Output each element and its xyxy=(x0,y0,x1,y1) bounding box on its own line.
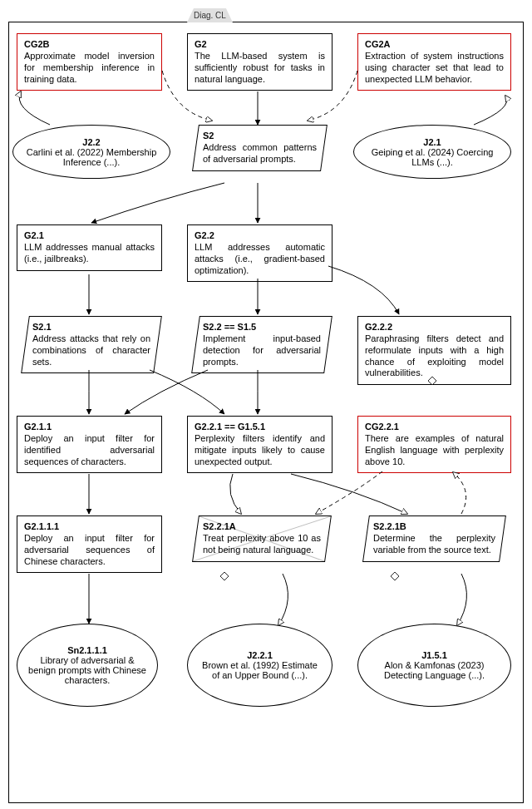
node-J2211-body: Brown et al. (1992) Estimate of an Upper… xyxy=(202,660,318,680)
node-J1511-title: J1.5.1 xyxy=(421,650,447,660)
node-G222-title: G2.2.2 xyxy=(365,322,504,332)
node-CG2A-body: Extraction of system instructions using … xyxy=(365,51,504,85)
node-J22-body: Carlini et al. (2022) Membership Inferen… xyxy=(27,147,157,167)
node-CG221-title: CG2.2.1 xyxy=(365,422,504,432)
gsn-diagram: Diag. CL CG2B Approximate model inversio… xyxy=(8,8,524,807)
node-G2-title: G2 xyxy=(195,39,325,49)
node-S21: S2.1 Address attacks that rely on combin… xyxy=(21,316,162,373)
node-S221A: S2.2.1A Treat perplexity above 10 as not… xyxy=(192,515,332,562)
node-S22-title: S2.2 == S1.5 xyxy=(203,322,321,332)
node-G221: G2.2.1 == G1.5.1 Perplexity filters iden… xyxy=(187,416,332,473)
node-S221A-title: S2.2.1A xyxy=(203,521,321,531)
node-G22-title: G2.2 xyxy=(195,230,325,240)
node-G21: G2.1 LLM addresses manual attacks (i.e.,… xyxy=(17,224,162,271)
node-G2111-title: G2.1.1.1 xyxy=(24,521,155,531)
node-J21: J2.1Geiping et al. (2024) Coercing LLMs … xyxy=(353,125,511,179)
node-S221B-body: Determine the perplexity variable from t… xyxy=(373,533,495,556)
node-Sn2111: Sn2.1.1.1Library of adversarial & benign… xyxy=(17,624,158,707)
node-G221-title: G2.2.1 == G1.5.1 xyxy=(195,422,325,432)
node-Sn2111-title: Sn2.1.1.1 xyxy=(67,645,107,655)
node-G211-body: Deploy an input filter for identified ad… xyxy=(24,433,155,467)
node-G2111: G2.1.1.1 Deploy an input filter for adve… xyxy=(17,515,162,573)
node-S2: S2 Address common patterns of adversaria… xyxy=(192,125,328,171)
node-CG221: CG2.2.1 There are examples of natural En… xyxy=(357,416,511,473)
node-G2111-body: Deploy an input filter for adversarial s… xyxy=(24,533,155,567)
node-S221B-title: S2.2.1B xyxy=(373,521,495,531)
node-CG2B-title: CG2B xyxy=(24,39,155,49)
node-J1511: J1.5.1Alon & Kamfonas (2023) Detecting L… xyxy=(357,624,511,707)
node-J22-title: J2.2 xyxy=(82,137,100,147)
node-G22-body: LLM addresses automatic attacks (i.e., g… xyxy=(195,242,325,276)
node-J2211: J2.2.1Brown et al. (1992) Estimate of an… xyxy=(187,624,332,707)
node-G222: G2.2.2 Paraphrasing filters detect and r… xyxy=(357,316,511,385)
node-S22-body: Implement input-based detection for adve… xyxy=(203,333,321,368)
node-S221A-body: Treat perplexity above 10 as not being n… xyxy=(203,533,321,556)
node-G221-body: Perplexity filters identify and mitigate… xyxy=(195,433,325,467)
node-J21-title: J2.1 xyxy=(423,137,441,147)
node-G21-body: LLM addresses manual attacks (i.e., jail… xyxy=(24,242,155,265)
node-G211-title: G2.1.1 xyxy=(24,422,155,432)
node-G2-body: The LLM-based system is sufficiently rob… xyxy=(195,51,325,85)
node-G222-body: Paraphrasing filters detect and reformul… xyxy=(365,333,504,379)
node-S22: S2.2 == S1.5 Implement input-based detec… xyxy=(191,316,332,373)
node-J22: J2.2Carlini et al. (2022) Membership Inf… xyxy=(12,125,170,179)
node-CG2B-body: Approximate model inversion for membersh… xyxy=(24,51,155,85)
node-CG2A: CG2A Extraction of system instructions u… xyxy=(357,33,511,91)
node-Sn2111-body: Library of adversarial & benign prompts … xyxy=(28,655,146,685)
module-tab: Diag. CL xyxy=(187,8,233,22)
node-J21-body: Geiping et al. (2024) Coercing LLMs (...… xyxy=(372,147,494,167)
node-CG2A-title: CG2A xyxy=(365,39,504,49)
node-G21-title: G2.1 xyxy=(24,230,155,240)
node-S2-body: Address common patterns of adversarial p… xyxy=(203,142,317,165)
node-S21-title: S2.1 xyxy=(32,322,150,332)
node-G22: G2.2 LLM addresses automatic attacks (i.… xyxy=(187,224,332,282)
node-G211: G2.1.1 Deploy an input filter for identi… xyxy=(17,416,162,473)
node-S221B: S2.2.1B Determine the perplexity variabl… xyxy=(362,515,506,562)
node-CG221-body: There are examples of natural English la… xyxy=(365,433,504,467)
node-S21-body: Address attacks that rely on combination… xyxy=(32,333,150,368)
node-S2-title: S2 xyxy=(203,131,317,141)
node-CG2B: CG2B Approximate model inversion for mem… xyxy=(17,33,162,91)
node-J2211-title: J2.2.1 xyxy=(247,650,273,660)
node-G2: G2 The LLM-based system is sufficiently … xyxy=(187,33,332,91)
node-J1511-body: Alon & Kamfonas (2023) Detecting Languag… xyxy=(384,660,485,680)
